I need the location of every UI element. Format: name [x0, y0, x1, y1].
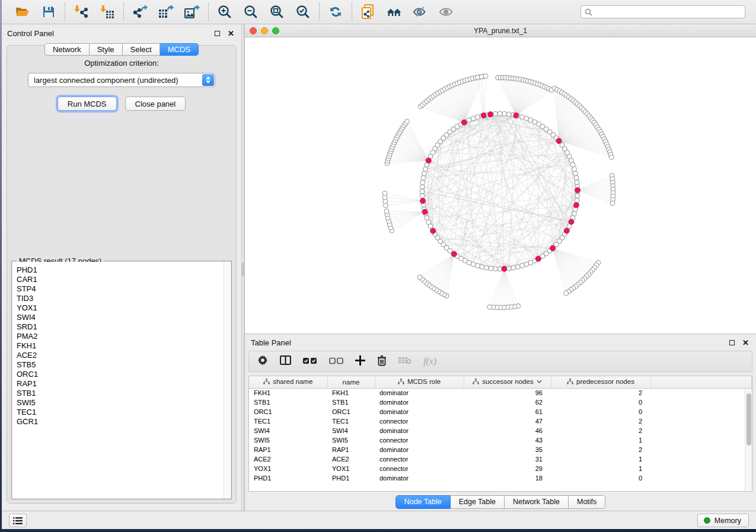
- export-table-icon[interactable]: [158, 4, 174, 20]
- export-image-icon[interactable]: [184, 4, 200, 20]
- table-scrollbar[interactable]: [745, 389, 752, 491]
- float-table-panel-icon[interactable]: [729, 340, 735, 345]
- table-row[interactable]: SWI5SWI5connector431: [249, 435, 752, 445]
- column-header-MCDS-role[interactable]: MCDS role: [375, 376, 464, 388]
- splitter-grip[interactable]: [242, 263, 244, 276]
- refresh-icon[interactable]: [328, 4, 343, 20]
- tab-select[interactable]: Select: [123, 43, 160, 56]
- table-cell: TEC1: [327, 416, 375, 426]
- memory-button[interactable]: Memory: [697, 514, 749, 527]
- show-hidden-icon[interactable]: [439, 4, 454, 20]
- open-file-icon[interactable]: [15, 4, 30, 20]
- table-row[interactable]: ORC1ORC1dominator610: [249, 407, 752, 416]
- column-header-shared-name[interactable]: shared name: [249, 376, 327, 388]
- tab-network[interactable]: Network: [44, 43, 90, 56]
- mcds-result-item[interactable]: STB5: [17, 360, 224, 370]
- split-table-view-icon[interactable]: [280, 355, 291, 367]
- table-cell: 96: [464, 388, 551, 398]
- table-row[interactable]: RAP1RAP1dominator352: [249, 445, 752, 454]
- zoom-fit-icon[interactable]: [269, 4, 285, 20]
- show-all-icon[interactable]: [387, 4, 402, 20]
- mcds-result-item[interactable]: TEC1: [17, 408, 224, 417]
- table-cell: [650, 473, 752, 483]
- zoom-in-icon[interactable]: [217, 4, 232, 20]
- table-cell: [650, 435, 752, 445]
- search-box[interactable]: [580, 5, 745, 18]
- table-cell: SWI4: [327, 426, 375, 435]
- table-cell: RAP1: [327, 445, 375, 454]
- table-row[interactable]: TEC1TEC1connector472: [249, 416, 752, 426]
- mcds-result-item[interactable]: PMA2: [17, 332, 224, 341]
- mcds-result-item[interactable]: CAR1: [17, 275, 224, 284]
- table-row[interactable]: PHD1PHD1dominator180: [249, 473, 752, 483]
- column-header-name[interactable]: name: [327, 376, 375, 388]
- tab-style[interactable]: Style: [90, 43, 123, 56]
- mcds-result-item[interactable]: STB1: [17, 389, 224, 398]
- table-cell: 1: [551, 464, 650, 473]
- mcds-panel-body: Optimization criterion: largest connecte…: [7, 45, 237, 504]
- delete-column-icon[interactable]: [377, 355, 387, 368]
- table-cell: [650, 388, 752, 398]
- table-cell: [650, 454, 752, 464]
- mcds-result-item[interactable]: ACE2: [17, 351, 224, 360]
- task-history-button[interactable]: [9, 514, 27, 527]
- column-header-successor-nodes[interactable]: successor nodes: [464, 376, 551, 388]
- table-scrollbar-thumb[interactable]: [747, 393, 751, 446]
- table-cell: 0: [551, 473, 650, 483]
- table-cell: dominator: [375, 388, 464, 398]
- mcds-result-item[interactable]: RAP1: [17, 379, 224, 389]
- table-cell: FKH1: [327, 388, 375, 398]
- zoom-out-icon[interactable]: [243, 4, 259, 20]
- mcds-result-item[interactable]: YOX1: [17, 303, 224, 313]
- table-row[interactable]: FKH1FKH1dominator962: [249, 388, 752, 398]
- table-row[interactable]: STB1STB1dominator620: [249, 398, 752, 407]
- select-all-rows-icon[interactable]: [303, 356, 317, 367]
- zoom-selected-icon[interactable]: [295, 4, 311, 20]
- mcds-result-item[interactable]: STP4: [17, 284, 224, 294]
- table-cell: [650, 445, 752, 454]
- table-cell: connector: [375, 454, 464, 464]
- table-row[interactable]: ACE2ACE2connector311: [249, 454, 752, 464]
- criterion-select[interactable]: largest connected component (undirected): [28, 73, 215, 87]
- mcds-result-item[interactable]: SWI5: [17, 398, 224, 408]
- table-tab-motifs[interactable]: Motifs: [569, 495, 605, 509]
- network-window-title: YPA_prune.txt_1: [245, 27, 756, 35]
- table-tab-edge-table[interactable]: Edge Table: [451, 495, 505, 509]
- deselect-all-rows-icon[interactable]: [329, 356, 343, 367]
- network-from-file-icon[interactable]: [361, 4, 376, 20]
- table-row[interactable]: YOX1YOX1connector291: [249, 464, 752, 473]
- save-session-icon[interactable]: [41, 4, 56, 20]
- table-settings-gear-icon[interactable]: [257, 355, 268, 368]
- table-cell: STB1: [249, 398, 327, 407]
- close-panel-icon[interactable]: ✕: [228, 31, 234, 36]
- float-panel-icon[interactable]: [215, 31, 220, 36]
- tab-mcds[interactable]: MCDS: [160, 43, 199, 56]
- mcds-result-item[interactable]: TID3: [17, 294, 224, 303]
- hide-selected-icon[interactable]: [413, 4, 428, 20]
- table-tabs: Node TableEdge TableNetwork TableMotifs: [245, 495, 756, 509]
- mcds-result-item[interactable]: PHD1: [17, 265, 224, 275]
- close-panel-button[interactable]: Close panel: [125, 97, 186, 111]
- network-canvas[interactable]: [245, 37, 756, 334]
- mcds-result-item[interactable]: SWI4: [17, 313, 224, 322]
- import-network-icon[interactable]: [74, 4, 89, 20]
- network-graph[interactable]: [245, 37, 756, 334]
- search-input[interactable]: [592, 8, 741, 16]
- table-tab-network-table[interactable]: Network Table: [505, 495, 569, 509]
- mcds-result-item[interactable]: FKH1: [17, 341, 224, 351]
- run-mcds-button[interactable]: Run MCDS: [58, 97, 117, 111]
- export-network-icon[interactable]: [132, 4, 148, 20]
- delete-table-icon: [398, 356, 412, 367]
- mcds-list-scrollbar[interactable]: [224, 262, 231, 498]
- table-tab-node-table[interactable]: Node Table: [395, 495, 451, 509]
- add-column-icon[interactable]: [355, 355, 365, 368]
- mcds-result-list[interactable]: PHD1CAR1STP4TID3YOX1SWI4SRD1PMA2FKH1ACE2…: [12, 262, 224, 498]
- mcds-result-item[interactable]: GCR1: [17, 417, 224, 427]
- mcds-result-item[interactable]: ORC1: [17, 370, 224, 379]
- column-header-predecessor-nodes[interactable]: predecessor nodes: [551, 376, 650, 388]
- close-table-panel-icon[interactable]: ✕: [742, 340, 749, 345]
- mcds-result-item[interactable]: SRD1: [17, 322, 224, 332]
- import-table-icon[interactable]: [100, 4, 115, 20]
- memory-label: Memory: [714, 517, 741, 525]
- table-row[interactable]: SWI4SWI4dominator462: [249, 426, 752, 435]
